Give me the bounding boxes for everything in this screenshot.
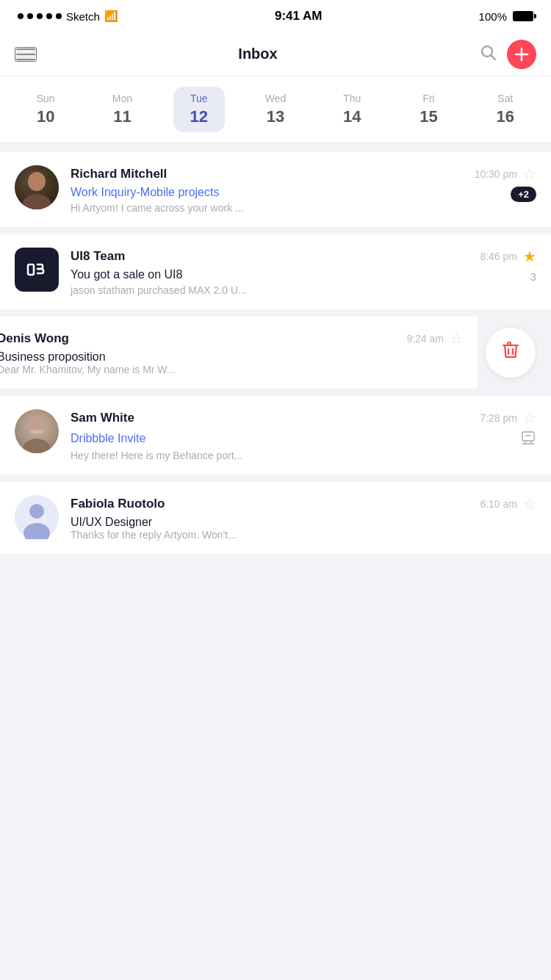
email-time: 8:46 pm ★ [480, 248, 536, 265]
day-num-tue: 12 [190, 107, 207, 126]
email-content-denis: Denis Wong 9:24 am ☆ Business propositio… [0, 330, 463, 375]
sender-name: Fabiola Ruotolo [71, 497, 165, 511]
avatar-richard [15, 165, 59, 209]
email-time: 6:10 am ☆ [480, 495, 536, 513]
day-num-sun: 10 [37, 107, 54, 126]
day-name-sun: Sun [37, 93, 55, 104]
sender-name: Richard Mitchell [71, 167, 167, 181]
swipe-delete-action [470, 317, 551, 389]
status-bar: Sketch 📶 9:41 AM 100% [0, 0, 551, 32]
avatar-sam [15, 409, 59, 453]
header-actions [479, 40, 536, 69]
email-item-ui8[interactable]: UI8 Team 8:46 pm ★ You got a sale on UI8… [0, 234, 551, 309]
calendar-strip: Sun 10 Mon 11 Tue 12 Wed 13 Thu 14 Fri 1… [0, 76, 551, 143]
email-swipe-wrapper-denis: DW Denis Wong 9:24 am ☆ Business proposi… [0, 317, 551, 389]
email-time: 10:30 pm ☆ [475, 165, 536, 183]
email-preview: Hey there! Here is my Behance port... [71, 450, 536, 461]
star-icon[interactable]: ★ [523, 248, 536, 265]
email-item-fabiola[interactable]: Fabiola Ruotolo 6:10 am ☆ UI/UX Designer… [0, 482, 551, 554]
day-num-mon: 11 [113, 107, 131, 126]
day-name-sat: Sat [497, 93, 513, 104]
email-content-sam: Sam White 7:28 pm ☆ Dribbble Invite [71, 409, 536, 461]
star-icon[interactable]: ☆ [523, 165, 536, 183]
menu-button[interactable] [15, 47, 37, 62]
email-subject: Dribbble Invite [71, 432, 145, 445]
calendar-day-wed[interactable]: Wed 13 [250, 87, 301, 132]
email-count: 3 [530, 270, 536, 283]
avatar-ui8 [15, 248, 59, 292]
avatar-fabiola [15, 495, 59, 539]
compose-button[interactable] [507, 40, 536, 69]
email-content-ui8: UI8 Team 8:46 pm ★ You got a sale on UI8… [71, 248, 536, 296]
email-item-richard[interactable]: Richard Mitchell 10:30 pm ☆ Work Inquiry… [0, 152, 551, 227]
calendar-day-sun[interactable]: Sun 10 [20, 87, 71, 132]
svg-point-9 [23, 439, 51, 453]
calendar-day-mon[interactable]: Mon 11 [96, 87, 148, 132]
svg-rect-10 [31, 430, 43, 433]
status-time: 9:41 AM [275, 9, 323, 24]
email-preview: Hi Artyom! I came across your work ... [71, 202, 536, 214]
svg-rect-11 [522, 432, 534, 441]
battery-percentage: 100% [479, 10, 507, 23]
status-left: Sketch 📶 [18, 10, 118, 23]
email-subject: Business proposition [0, 350, 106, 363]
email-preview: Thanks for the reply Artyom. Won't... [71, 529, 536, 541]
day-name-tue: Tue [190, 93, 208, 104]
calendar-day-fri[interactable]: Fri 15 [403, 87, 455, 132]
status-right: 100% [479, 10, 533, 23]
day-name-fri: Fri [422, 93, 434, 104]
email-badge: +2 [511, 187, 536, 202]
status-app-name: Sketch [66, 10, 100, 23]
battery-icon [513, 11, 533, 21]
wifi-icon: 📶 [104, 10, 118, 23]
email-subject: Work Inquiry-Mobile projects [71, 186, 219, 199]
calendar-day-sat[interactable]: Sat 16 [480, 87, 531, 132]
email-preview: jason statham purchased MAX 2.0 U... [71, 284, 536, 296]
email-content-richard: Richard Mitchell 10:30 pm ☆ Work Inquiry… [71, 165, 536, 214]
delete-button[interactable] [486, 328, 536, 378]
day-name-thu: Thu [343, 93, 361, 104]
trash-icon [500, 340, 521, 366]
sender-name: Denis Wong [0, 331, 69, 346]
calendar-day-thu[interactable]: Thu 14 [326, 87, 378, 132]
email-time: 7:28 pm ☆ [480, 409, 536, 427]
email-preview: Dear Mr. Khamitov, My name is Mr W... [0, 364, 463, 375]
star-icon[interactable]: ☆ [523, 409, 536, 427]
day-num-thu: 14 [343, 107, 361, 126]
search-button[interactable] [479, 43, 497, 65]
star-icon[interactable]: ☆ [523, 495, 536, 513]
day-num-wed: 13 [267, 107, 284, 126]
star-icon[interactable]: ☆ [450, 330, 463, 347]
sender-name: Sam White [71, 411, 134, 425]
svg-point-4 [28, 172, 46, 191]
header: Inbox [0, 32, 551, 76]
email-subject: UI/UX Designer [71, 516, 152, 528]
page-title: Inbox [238, 46, 277, 62]
email-list: Richard Mitchell 10:30 pm ☆ Work Inquiry… [0, 143, 551, 570]
email-subject: You got a sale on UI8 [71, 268, 182, 281]
email-item-denis[interactable]: DW Denis Wong 9:24 am ☆ Business proposi… [0, 317, 478, 389]
svg-point-14 [29, 504, 44, 519]
svg-point-5 [22, 194, 51, 209]
signal-dots [18, 13, 62, 19]
email-content-fabiola: Fabiola Ruotolo 6:10 am ☆ UI/UX Designer… [71, 495, 536, 541]
svg-line-1 [491, 55, 496, 60]
email-time: 9:24 am ☆ [406, 330, 463, 347]
email-item-sam[interactable]: Sam White 7:28 pm ☆ Dribbble Invite [0, 396, 551, 475]
day-name-wed: Wed [265, 93, 287, 104]
compose-flag-icon [520, 430, 536, 450]
day-num-sat: 16 [497, 107, 514, 126]
calendar-day-tue[interactable]: Tue 12 [173, 87, 225, 132]
day-name-mon: Mon [112, 93, 132, 104]
day-num-fri: 15 [419, 107, 437, 126]
sender-name: UI8 Team [71, 249, 125, 264]
